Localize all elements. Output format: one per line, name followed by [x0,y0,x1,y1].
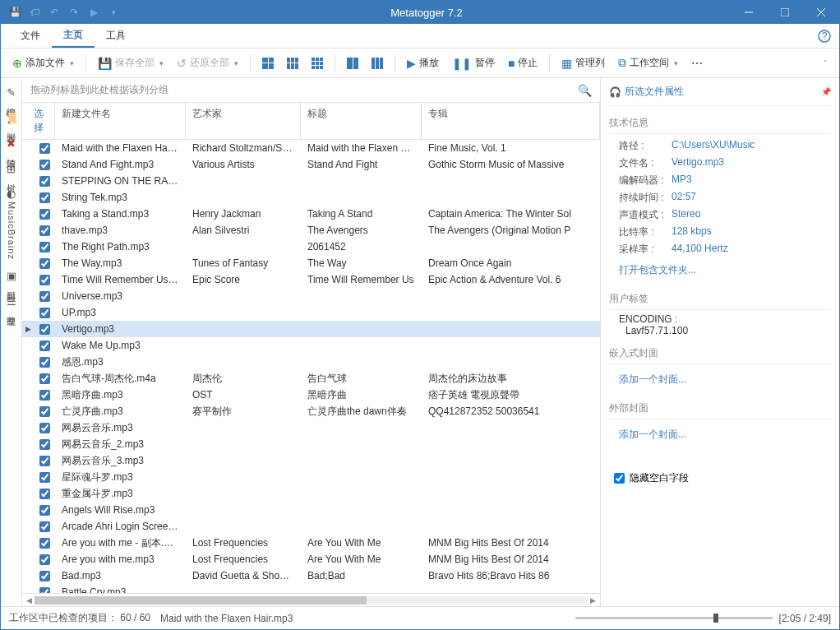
scroll-thumb[interactable] [35,596,367,605]
sidebar-item-脚本[interactable]: 📜脚本 [2,109,21,131]
row-checkbox[interactable] [39,308,50,318]
col-select[interactable]: 选择 [22,103,55,139]
qat-tag-icon[interactable]: 🏷 [25,3,44,21]
row-checkbox[interactable] [39,472,50,483]
pin-icon[interactable]: 📌 [821,87,831,96]
grid-medium-button[interactable] [282,54,303,72]
tab-file[interactable]: 文件 [9,24,52,48]
table-row[interactable]: 黑暗序曲.mp3OST黑暗序曲痞子英雄 電視原聲帶 [22,387,600,403]
table-row[interactable]: Universe.mp3 [22,288,600,304]
collapse-ribbon-button[interactable]: ˄ [817,56,833,71]
row-checkbox[interactable] [39,291,50,302]
row-checkbox[interactable] [39,324,50,335]
table-row[interactable]: Taking a Stand.mp3Henry JackmanTaking A … [22,206,600,222]
prop-filename[interactable]: Vertigo.mp3 [672,156,724,170]
table-row[interactable]: Wake Me Up.mp3 [22,337,600,354]
table-row[interactable]: 网易云音乐.mp3 [22,419,600,436]
sidebar-item-清除[interactable]: ✖清除 [2,134,21,156]
col-title[interactable]: 标题 [301,103,422,139]
grid-small-button[interactable] [307,54,328,72]
row-checkbox[interactable] [39,489,50,499]
col-album[interactable]: 专辑 [422,103,600,139]
qat-play-icon[interactable]: ▶ [85,3,103,21]
row-checkbox[interactable] [39,357,50,368]
more-button[interactable]: ⋯ [686,53,708,73]
row-checkbox[interactable] [39,143,50,154]
table-row[interactable]: Maid with the Flaxen Hair...Richard Stol… [22,140,600,156]
row-checkbox[interactable] [39,571,50,581]
table-row[interactable]: Bad.mp3David Guetta & Showte...Bad;BadBr… [22,567,600,584]
row-checkbox[interactable] [39,554,50,565]
playback-slider[interactable]: [2:05 / 2:49] [302,613,831,624]
workspace-button[interactable]: ⧉工作空间▾ [613,53,683,73]
table-row[interactable]: String Tek.mp3 [22,189,600,206]
table-row[interactable]: The Right Path.mp32061452 [22,239,600,255]
table-row[interactable]: Battle Cry.mp3 [22,584,600,593]
add-embedded-cover-link[interactable]: 添加一个封面... [609,368,831,391]
table-row[interactable]: 亡灵序曲.mp3赛平制作亡灵序曲the dawn伴奏QQ412872352 50… [22,403,600,419]
row-checkbox[interactable] [39,209,50,220]
maximize-button[interactable] [767,1,803,24]
sidebar-item-树[interactable]: ⊞树 [2,160,21,181]
slider-knob[interactable] [713,614,718,623]
qat-redo-icon[interactable]: ↷ [65,3,83,21]
row-checkbox[interactable] [39,176,50,187]
sidebar-item-编辑[interactable]: ✎编辑 [2,83,21,105]
table-row[interactable]: 重金属斗罗.mp3 [22,485,600,502]
prop-samplerate[interactable]: 44,100 Hertz [672,243,728,257]
qat-caret-icon[interactable]: ▾ [104,3,122,21]
table-row[interactable]: thave.mp3Alan SilvestriThe AvengersThe A… [22,222,600,239]
stop-button[interactable]: ■停止 [503,53,542,73]
table-row[interactable]: Stand And Fight.mp3Various ArtistsStand … [22,156,600,173]
table-row[interactable]: The Way.mp3Tunes of FantasyThe WayDream … [22,255,600,271]
hide-empty-checkbox[interactable] [614,473,625,484]
save-all-button[interactable]: 💾保存全部▾ [93,53,168,73]
row-checkbox[interactable] [39,225,50,236]
row-checkbox[interactable] [39,242,50,252]
help-button[interactable]: ? [818,24,831,48]
grid-large-button[interactable] [257,54,279,72]
table-row[interactable]: 感恩.mp3 [22,354,600,370]
open-folder-link[interactable]: 打开包含文件夹... [609,258,831,282]
horizontal-scrollbar[interactable]: ◀ ▶ [22,593,600,606]
table-row[interactable]: Arcade Ahri Login Screen... [22,518,600,535]
tab-tools[interactable]: 工具 [95,24,137,48]
prop-path[interactable]: C:\Users\XU\Music [672,139,755,153]
col-filename[interactable]: 新建文件名 [55,103,186,139]
row-checkbox[interactable] [39,423,50,433]
row-checkbox[interactable] [39,275,50,285]
prop-bitrate[interactable]: 128 kbps [672,225,712,239]
prop-codec[interactable]: MP3 [672,174,692,188]
table-row[interactable]: 告白气球-周杰伦.m4a周杰伦告白气球周杰伦的床边故事 [22,370,600,387]
row-checkbox[interactable] [39,521,50,532]
table-row[interactable]: Are you with me - 副本.mp3Lost Frequencies… [22,535,600,551]
grid-cols2-button[interactable] [342,54,363,72]
sidebar-item-整理[interactable]: ☰整理 [2,292,21,314]
row-checkbox[interactable] [39,406,50,417]
table-row[interactable]: 星际魂斗罗.mp3 [22,469,600,485]
table-row[interactable]: UP.mp3 [22,304,600,321]
row-checkbox[interactable] [39,258,50,269]
minimize-button[interactable] [731,1,767,24]
table-row[interactable]: Time Will Remember Us.mp3Epic ScoreTime … [22,271,600,288]
row-checkbox[interactable] [39,439,50,450]
grid-cols3-button[interactable] [367,54,388,72]
add-files-button[interactable]: ⊕添加文件▾ [7,53,79,73]
table-row[interactable]: STEPPING ON THE RAINY... [22,173,600,189]
table-row[interactable]: Are you with me.mp3Lost FrequenciesAre Y… [22,551,600,567]
prop-duration[interactable]: 02:57 [672,191,696,205]
close-button[interactable] [803,1,839,24]
pause-button[interactable]: ❚❚暂停 [447,53,500,73]
sidebar-item-MusicBrainz[interactable]: ◐MusicBrainz [2,184,21,263]
search-icon[interactable]: 🔍 [578,84,592,97]
table-row[interactable]: ▶Vertigo.mp3 [22,321,600,337]
table-row[interactable]: Angels Will Rise.mp3 [22,502,600,518]
play-button[interactable]: ▶播放 [402,53,444,73]
prop-channels[interactable]: Stereo [672,208,700,222]
row-checkbox[interactable] [39,538,50,549]
row-checkbox[interactable] [39,160,50,170]
row-checkbox[interactable] [39,505,50,516]
tab-home[interactable]: 主页 [52,24,95,48]
row-checkbox[interactable] [39,373,50,384]
sidebar-item-封面[interactable]: ▣封面 [2,266,21,289]
